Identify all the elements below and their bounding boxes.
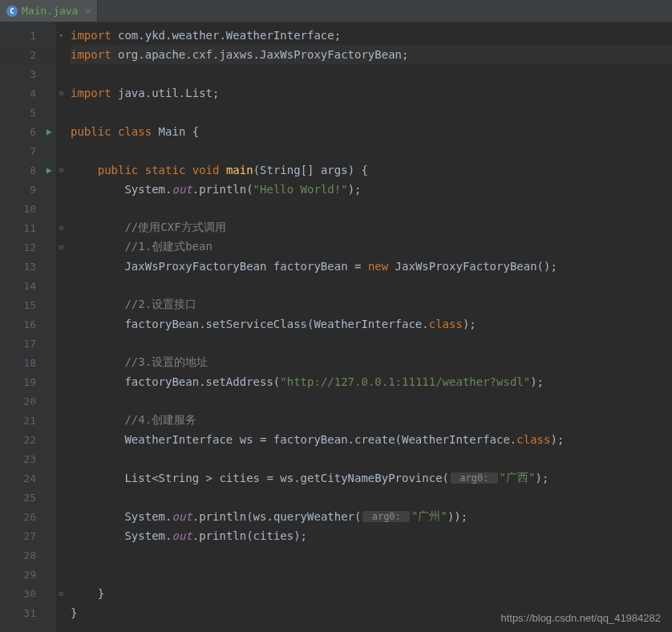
code-line (71, 545, 672, 565)
line-number: 30⊟ (0, 584, 55, 603)
fold-icon[interactable]: ⊟ (59, 589, 63, 598)
line-number: 16 (0, 314, 55, 334)
line-number: 31 (0, 603, 55, 622)
code-line (71, 391, 672, 411)
code-line (71, 199, 672, 218)
fold-icon[interactable]: ▾ (59, 31, 63, 39)
code-line (71, 565, 672, 584)
code-line: System.out.println(cities); (71, 526, 672, 545)
code-area[interactable]: import com.ykd.weather.WeatherInterface;… (56, 22, 672, 632)
code-line (71, 141, 672, 160)
fold-icon[interactable]: ⊟ (59, 243, 63, 251)
java-class-icon: C (6, 6, 18, 17)
line-number: 13 (0, 257, 55, 276)
code-line (71, 64, 672, 83)
line-number: 15 (0, 295, 55, 314)
code-line: import org.apache.cxf.jaxws.JaxWsProxyFa… (71, 45, 672, 64)
fold-icon[interactable]: ⊟ (59, 224, 63, 232)
tab-main-java[interactable]: C Main.java ✕ (0, 0, 98, 22)
fold-icon[interactable]: ⊟ (59, 166, 63, 174)
code-line: //1.创建式bean (71, 237, 672, 257)
code-line: //4.创建服务 (71, 411, 672, 430)
fold-icon[interactable]: ⊟ (59, 89, 63, 97)
code-line: JaxWsProxyFactoryBean factoryBean = new … (71, 257, 672, 276)
code-line (71, 488, 672, 507)
code-line: public class Main { (71, 122, 672, 141)
line-number: 26 (0, 507, 55, 526)
line-number: 25 (0, 488, 55, 507)
code-line: System.out.println("Hello World!"); (71, 180, 672, 199)
code-line: //使用CXF方式调用 (71, 218, 672, 237)
line-number: 17 (0, 334, 55, 353)
code-line: factoryBean.setServiceClass(WeatherInter… (71, 314, 672, 334)
line-number: 12⊟ (0, 237, 55, 257)
line-number: 9 (0, 180, 55, 199)
line-number: 11⊟ (0, 218, 55, 237)
line-number: 14 (0, 276, 55, 295)
line-number: 5 (0, 103, 55, 122)
line-number: 29 (0, 565, 55, 584)
editor: 1▾ 2 3 4⊟ 5 6▶ 7 8▶⊟ 9 10 11⊟ 12⊟ 13 14 … (0, 22, 672, 632)
close-icon[interactable]: ✕ (85, 6, 91, 16)
line-number: 4⊟ (0, 83, 55, 103)
line-number: 19 (0, 372, 55, 391)
code-line: } (71, 584, 672, 603)
code-line: WeatherInterface ws = factoryBean.create… (71, 430, 672, 449)
gutter: 1▾ 2 3 4⊟ 5 6▶ 7 8▶⊟ 9 10 11⊟ 12⊟ 13 14 … (0, 22, 56, 632)
code-line (71, 334, 672, 353)
line-number: 3 (0, 64, 55, 83)
line-number: 1▾ (0, 26, 55, 45)
parameter-hint: arg0: (362, 511, 410, 522)
line-number: 20 (0, 391, 55, 411)
run-icon[interactable]: ▶ (47, 164, 52, 176)
code-line (71, 276, 672, 295)
tab-bar: C Main.java ✕ (0, 0, 672, 22)
tab-title: Main.java (22, 5, 78, 17)
code-line: import com.ykd.weather.WeatherInterface; (71, 26, 672, 45)
line-number: 28 (0, 545, 55, 565)
line-number: 8▶⊟ (0, 160, 55, 180)
code-line (71, 449, 672, 468)
line-number: 21 (0, 411, 55, 430)
line-number: 18 (0, 353, 55, 372)
line-number: 7 (0, 141, 55, 160)
code-line: List<String > cities = ws.getCityNameByP… (71, 468, 672, 488)
parameter-hint: arg0: (451, 472, 498, 484)
code-line: System.out.println(ws.queryWeather( arg0… (71, 507, 672, 526)
code-line: //2.设置接口 (71, 295, 672, 314)
code-line: //3.设置的地址 (71, 353, 672, 372)
line-number: 22 (0, 430, 55, 449)
code-line (71, 103, 672, 122)
line-number: 2 (0, 45, 55, 64)
line-number: 23 (0, 449, 55, 468)
line-number: 24 (0, 468, 55, 488)
line-number: 10 (0, 199, 55, 218)
line-number: 27 (0, 526, 55, 545)
code-line: factoryBean.setAddress("http://127.0.0.1… (71, 372, 672, 391)
run-icon[interactable]: ▶ (47, 126, 52, 137)
line-number: 6▶ (0, 122, 55, 141)
watermark: https://blog.csdn.net/qq_41984282 (501, 612, 662, 624)
code-line: public static void main(String[] args) { (71, 160, 672, 180)
code-line: import java.util.List; (71, 83, 672, 103)
